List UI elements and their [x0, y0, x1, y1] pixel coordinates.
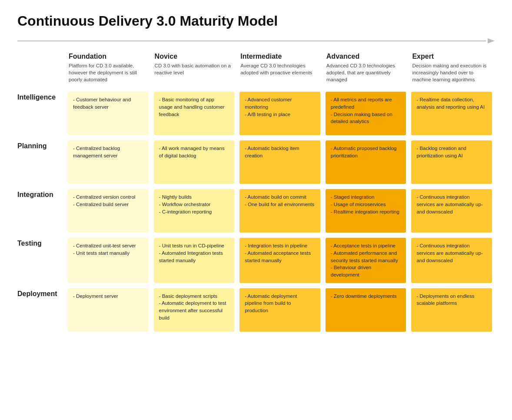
cell-inner-intelligence-1: - Basic monitoring of app usage and hand…	[154, 92, 235, 135]
cell-inner-planning-1: - All work managed by means of digital b…	[154, 140, 235, 184]
col-subtitle-foundation: Platform for CD 3.0 available, however t…	[69, 62, 148, 83]
cell-planning-3: - Automatic proposed backlog prioritizat…	[323, 138, 409, 187]
col-header-advanced: Advanced Advanced CD 3.0 technologies ad…	[323, 53, 409, 89]
cell-inner-integration-3: - Staged integration- Usage of microserv…	[326, 189, 406, 233]
cell-inner-integration-1: - Nightly builds- Workflow orchestrator-…	[154, 189, 235, 233]
col-title-foundation: Foundation	[69, 53, 148, 60]
cell-inner-intelligence-4: - Realtime data collection, analysis and…	[411, 92, 492, 135]
cell-inner-testing-3: - Acceptance tests in pipeline- Automate…	[326, 238, 406, 283]
cell-deployment-1: - Basic deployment scripts- Automatic de…	[151, 286, 237, 334]
cell-inner-testing-4: - Continuous integration services are au…	[411, 238, 492, 283]
row-label-testing: Testing	[17, 235, 65, 285]
cell-inner-integration-2: - Automatic build on commit- One build f…	[239, 189, 320, 233]
cell-inner-intelligence-2: - Advanced customer monitoring- A/B test…	[239, 92, 320, 135]
cell-inner-planning-3: - Automatic proposed backlog prioritizat…	[326, 140, 406, 184]
cell-integration-2: - Automatic build on commit- One build f…	[237, 187, 323, 235]
cell-inner-testing-0: - Centralized unit-test server- Unit tes…	[68, 238, 149, 283]
col-header-intermediate: Intermediate Average CD 3.0 technologies…	[237, 53, 323, 89]
cell-deployment-4: - Deployments on endless scalable platfo…	[409, 286, 495, 334]
cell-intelligence-0: - Customer behaviour and feedback server	[65, 89, 151, 138]
cell-deployment-0: - Deployment server	[65, 286, 151, 334]
cell-testing-4: - Continuous integration services are au…	[409, 235, 495, 285]
empty-header	[17, 53, 65, 89]
cell-deployment-2: - Automatic deployment pipeline from bui…	[237, 286, 323, 334]
cell-inner-integration-0: - Centralized version control- Centraliz…	[68, 189, 149, 233]
cell-inner-integration-4: - Continuous integration services are au…	[411, 189, 492, 233]
maturity-grid: Foundation Platform for CD 3.0 available…	[17, 53, 495, 334]
cell-testing-0: - Centralized unit-test server- Unit tes…	[65, 235, 151, 285]
page-title: Continuous Delivery 3.0 Maturity Model	[17, 13, 495, 29]
cell-planning-1: - All work managed by means of digital b…	[151, 138, 237, 187]
col-header-expert: Expert Decision making and execution is …	[409, 53, 495, 89]
col-subtitle-intermediate: Average CD 3.0 technologies adopted with…	[240, 62, 319, 76]
arrow-line	[17, 37, 495, 45]
cell-inner-intelligence-3: - All metrics and reports are predefined…	[326, 92, 406, 135]
cell-deployment-3: - Zero downtime deployments	[323, 286, 409, 334]
cell-integration-1: - Nightly builds- Workflow orchestrator-…	[151, 187, 237, 235]
cell-inner-planning-4: - Backlog creation and prioritization us…	[411, 140, 492, 184]
cell-intelligence-2: - Advanced customer monitoring- A/B test…	[237, 89, 323, 138]
cell-inner-testing-2: - Integration tests in pipeline- Automat…	[239, 238, 320, 283]
col-header-foundation: Foundation Platform for CD 3.0 available…	[65, 53, 151, 89]
cell-inner-planning-2: - Automatic backlog item creation	[239, 140, 320, 184]
cell-testing-1: - Unit tests run in CD-pipeline- Automat…	[151, 235, 237, 285]
cell-inner-deployment-3: - Zero downtime deployments	[326, 288, 406, 332]
cell-intelligence-1: - Basic monitoring of app usage and hand…	[151, 89, 237, 138]
cell-inner-deployment-4: - Deployments on endless scalable platfo…	[411, 288, 492, 332]
col-subtitle-novice: CD 3.0 with basic automation on a reacti…	[155, 62, 234, 76]
col-title-advanced: Advanced	[326, 53, 406, 60]
row-label-intelligence: Intelligence	[17, 89, 65, 138]
row-label-planning: Planning	[17, 138, 65, 187]
cell-inner-deployment-1: - Basic deployment scripts- Automatic de…	[154, 288, 235, 332]
cell-integration-4: - Continuous integration services are au…	[409, 187, 495, 235]
cell-intelligence-3: - All metrics and reports are predefined…	[323, 89, 409, 138]
cell-planning-2: - Automatic backlog item creation	[237, 138, 323, 187]
col-title-intermediate: Intermediate	[240, 53, 319, 60]
cell-inner-deployment-0: - Deployment server	[68, 288, 149, 332]
cell-planning-4: - Backlog creation and prioritization us…	[409, 138, 495, 187]
cell-inner-planning-0: - Centralized backlog management server	[68, 140, 149, 184]
cell-testing-2: - Integration tests in pipeline- Automat…	[237, 235, 323, 285]
cell-integration-0: - Centralized version control- Centraliz…	[65, 187, 151, 235]
row-label-integration: Integration	[17, 187, 65, 235]
col-title-novice: Novice	[155, 53, 234, 60]
cell-inner-testing-1: - Unit tests run in CD-pipeline- Automat…	[154, 238, 235, 283]
col-title-expert: Expert	[412, 53, 491, 60]
cell-testing-3: - Acceptance tests in pipeline- Automate…	[323, 235, 409, 285]
row-label-deployment: Deployment	[17, 286, 65, 334]
col-header-novice: Novice CD 3.0 with basic automation on a…	[151, 53, 237, 89]
cell-integration-3: - Staged integration- Usage of microserv…	[323, 187, 409, 235]
col-subtitle-expert: Decision making and execution is increas…	[412, 62, 491, 83]
col-subtitle-advanced: Advanced CD 3.0 technologies adopted, th…	[326, 62, 406, 83]
cell-inner-deployment-2: - Automatic deployment pipeline from bui…	[239, 288, 320, 332]
cell-intelligence-4: - Realtime data collection, analysis and…	[409, 89, 495, 138]
cell-inner-intelligence-0: - Customer behaviour and feedback server	[68, 92, 149, 135]
cell-planning-0: - Centralized backlog management server	[65, 138, 151, 187]
